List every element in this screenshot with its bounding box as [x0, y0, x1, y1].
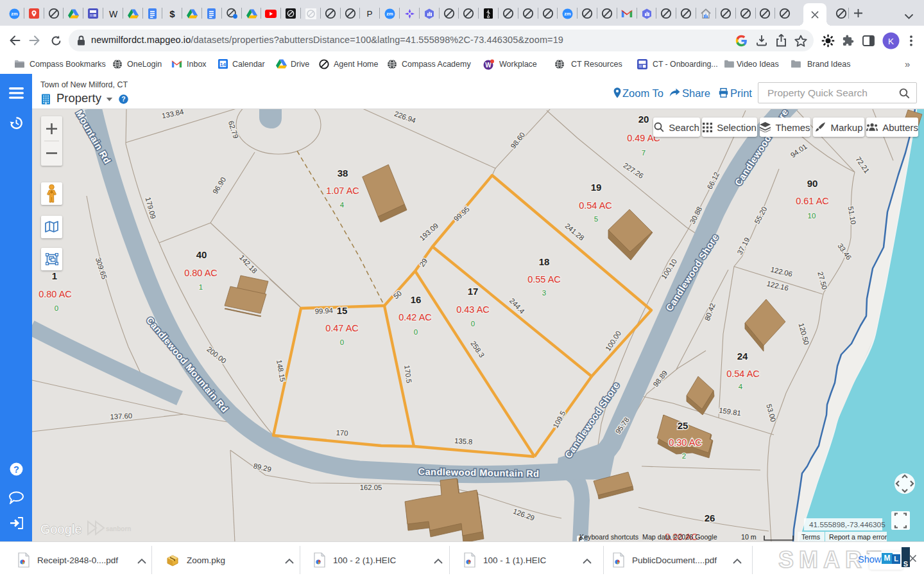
svg-text:0.54 AC: 0.54 AC [579, 200, 612, 211]
svg-text:0: 0 [55, 304, 58, 312]
svg-text:3: 3 [542, 289, 546, 297]
svg-text:P: P [366, 9, 372, 19]
svg-text:38: 38 [338, 168, 348, 179]
svg-text:16: 16 [411, 294, 422, 305]
svg-text:Map data ©2026 Google: Map data ©2026 Google [642, 533, 717, 541]
svg-text:Keyboard shortcuts: Keyboard shortcuts [579, 533, 638, 541]
svg-text:0.61 AC: 0.61 AC [796, 196, 829, 206]
svg-text:26: 26 [705, 512, 715, 523]
svg-text:Terms: Terms [801, 533, 820, 541]
svg-text:1.07 AC: 1.07 AC [326, 186, 359, 196]
svg-text:15: 15 [337, 305, 348, 316]
svg-text:4: 4 [340, 201, 345, 209]
svg-text:18: 18 [539, 256, 550, 267]
svg-text:1: 1 [199, 283, 203, 291]
svg-text:99.94: 99.94 [314, 306, 333, 315]
svg-text:zm: zm [11, 11, 18, 17]
svg-text:19: 19 [591, 182, 602, 193]
svg-text:20: 20 [638, 114, 649, 125]
svg-text:0: 0 [414, 328, 418, 336]
svg-text:?: ? [13, 464, 19, 475]
svg-text:24: 24 [737, 351, 748, 362]
svg-text:0: 0 [471, 320, 475, 328]
svg-text:zm: zm [386, 11, 393, 17]
svg-text:Report a map error: Report a map error [829, 533, 887, 541]
svg-text:40: 40 [196, 249, 207, 260]
svg-text:0.42 AC: 0.42 AC [398, 312, 432, 322]
svg-text:10 m: 10 m [741, 533, 757, 541]
svg-text:?: ? [121, 95, 125, 103]
svg-text:17: 17 [468, 286, 479, 297]
svg-text:0.80 AC: 0.80 AC [184, 268, 218, 278]
svg-text:Google: Google [40, 522, 82, 536]
svg-text:162.05: 162.05 [360, 484, 382, 491]
svg-text:7: 7 [642, 149, 646, 157]
svg-text:sanborn: sanborn [106, 525, 131, 532]
svg-text:5: 5 [594, 215, 598, 223]
svg-text:170: 170 [336, 429, 348, 437]
svg-text:25: 25 [678, 420, 689, 431]
svg-text:135.8: 135.8 [454, 437, 473, 446]
svg-text:zm: zm [564, 11, 571, 17]
svg-text:0.55 AC: 0.55 AC [527, 274, 561, 285]
svg-text:0.54 AC: 0.54 AC [726, 369, 760, 379]
svg-text:Candlewood Mountain Rd: Candlewood Mountain Rd [418, 466, 539, 478]
svg-text:0.30 AC: 0.30 AC [669, 437, 702, 448]
svg-text:14: 14 [220, 62, 226, 67]
svg-text:137.60: 137.60 [110, 412, 132, 421]
svg-text:W: W [108, 9, 117, 19]
svg-text:2: 2 [682, 452, 686, 460]
svg-text:1: 1 [52, 270, 57, 281]
svg-text:0: 0 [340, 338, 344, 346]
svg-text:4: 4 [739, 383, 743, 390]
svg-text:10: 10 [808, 212, 816, 220]
svg-text:0.47 AC: 0.47 AC [325, 323, 359, 333]
svg-text:$: $ [169, 8, 175, 19]
svg-text:41.555898,-73.446305: 41.555898,-73.446305 [809, 520, 886, 529]
svg-text:K: K [887, 36, 893, 46]
svg-text:0.43 AC: 0.43 AC [456, 304, 490, 315]
svg-text:90: 90 [807, 178, 818, 189]
svg-text:0.80 AC: 0.80 AC [38, 289, 72, 299]
